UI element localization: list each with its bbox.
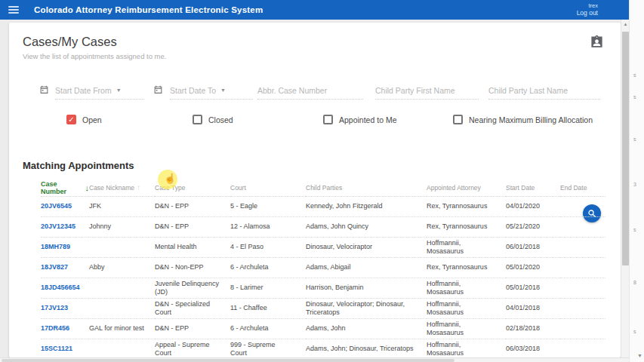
- page-title: Cases/My Cases: [23, 35, 117, 49]
- child-first-name-input[interactable]: Child Party First Name: [375, 81, 479, 100]
- child-parties-cell: Dinosaur, Velociraptor: [306, 238, 427, 258]
- column-header-child-parties[interactable]: Child Parties: [306, 179, 427, 197]
- court-cell: 8 - Larimer: [230, 278, 306, 299]
- case-number-link[interactable]: 20JV6545: [41, 197, 89, 217]
- checkbox-box: [453, 115, 463, 124]
- column-header-start-date[interactable]: Start Date: [506, 179, 560, 197]
- child-parties-cell: Adams, John: [306, 319, 427, 339]
- nearing-max-billing-checkbox-label: Nearing Maximum Billing Allocation: [469, 115, 593, 124]
- attorney-cell: Hoffmannii, Mosasaurus: [427, 299, 506, 319]
- end-date-cell: [560, 299, 605, 319]
- child-parties-cell: Kennedy, John Fitzgerald: [306, 197, 427, 217]
- case-type-cell: D&N - Non-EPP: [155, 258, 230, 278]
- start-date-cell: 05/21/2020: [506, 217, 560, 238]
- horizontal-scrollbar[interactable]: [0, 357, 631, 362]
- case-number-link[interactable]: 20JV12345: [41, 217, 89, 238]
- court-cell: 11 - Chaffee: [230, 299, 306, 319]
- case-number-link[interactable]: 18JD456654: [41, 278, 89, 299]
- case-number-link[interactable]: 18JV827: [41, 258, 89, 278]
- checkbox-box: [193, 115, 202, 124]
- status-filter-row: ✓ Open Closed Appointed to Me Nearing Ma…: [9, 115, 621, 133]
- menu-icon[interactable]: [8, 6, 19, 14]
- case-type-cell: D&N - EPP: [155, 319, 230, 339]
- start-date-cell: 05/01/2020: [506, 258, 560, 278]
- nearing-max-billing-checkbox[interactable]: Nearing Maximum Billing Allocation: [453, 115, 593, 124]
- clipped-text-fragment: s: [633, 137, 636, 142]
- end-date-cell: [560, 278, 605, 299]
- open-checkbox-label: Open: [82, 115, 102, 124]
- case-number-link[interactable]: 17DR456: [41, 319, 89, 339]
- case-nickname-cell: [89, 238, 155, 258]
- filter-row: Start Date From ▼ Start Date To ▼ Abbr. …: [9, 81, 621, 101]
- open-checkbox[interactable]: ✓ Open: [66, 115, 102, 124]
- case-type-cell: Juvenile Delinquency (JD): [155, 278, 230, 299]
- scrollbar-thumb[interactable]: [2, 359, 454, 362]
- vertical-scrollbar[interactable]: ▲: [621, 20, 629, 362]
- end-date-cell: [560, 258, 605, 278]
- court-cell: 6 - Archuleta: [230, 258, 306, 278]
- column-header-court[interactable]: Court: [230, 179, 306, 197]
- child-parties-cell: Adams, John Quincy: [306, 217, 427, 238]
- sort-ascending-icon: ↑: [137, 183, 140, 192]
- checkbox-box: [323, 115, 333, 124]
- start-date-cell: 06/03/2018: [506, 339, 560, 357]
- calendar-icon[interactable]: [39, 84, 49, 94]
- start-date-cell: 04/01/2018: [506, 299, 560, 319]
- case-number-link[interactable]: 18MH789: [41, 238, 89, 258]
- case-nickname-cell: JFK: [89, 197, 155, 217]
- case-type-cell: D&N - EPP: [155, 197, 230, 217]
- case-nickname-cell: [89, 339, 155, 357]
- clipped-edge-strip: s s s 3 s 8 s ▼: [629, 0, 644, 362]
- scrollbar-thumb[interactable]: [622, 32, 629, 265]
- case-nickname-cell: GAL for minor test: [89, 319, 155, 339]
- child-last-name-input[interactable]: Child Party Last Name: [488, 81, 600, 100]
- attorney-cell: Rex, Tyrannosaurus: [427, 258, 506, 278]
- app-header: Colorado Attorney Reimbursement Electron…: [0, 0, 631, 20]
- case-type-cell: D&N - EPP: [155, 217, 230, 238]
- start-date-from-placeholder: Start Date From: [55, 86, 112, 95]
- child-first-name-placeholder: Child Party First Name: [375, 86, 455, 95]
- abbr-case-number-input[interactable]: Abbr. Case Number: [257, 81, 363, 100]
- abbr-case-number-placeholder: Abbr. Case Number: [257, 86, 327, 95]
- checkbox-check-icon: ✓: [66, 115, 76, 124]
- case-type-cell: Appeal - Supreme Court: [155, 339, 230, 357]
- column-header-end-date[interactable]: End Date: [560, 179, 605, 197]
- column-header-case-number[interactable]: Case Number ↓: [41, 179, 89, 197]
- user-block: trex Log out: [577, 2, 598, 17]
- calendar-icon[interactable]: [153, 84, 163, 94]
- logout-link[interactable]: Log out: [577, 9, 598, 17]
- attorney-cell: Hoffmannii, Mosasaurus: [427, 339, 506, 357]
- attorney-cell: Rex, Tyrannosaurus: [427, 197, 506, 217]
- end-date-cell: [560, 217, 605, 238]
- child-parties-cell: Adams, John; Dinosaur, Triceratops: [306, 339, 427, 357]
- court-cell: 5 - Eagle: [230, 197, 306, 217]
- closed-checkbox[interactable]: Closed: [193, 115, 233, 124]
- application-window: Colorado Attorney Reimbursement Electron…: [0, 0, 644, 362]
- start-date-from-input[interactable]: Start Date From ▼: [55, 81, 144, 100]
- start-date-cell: 04/01/2020: [506, 197, 560, 217]
- case-number-link[interactable]: 15SC1121: [41, 339, 89, 357]
- end-date-cell: [560, 238, 605, 258]
- appointed-to-me-checkbox-label: Appointed to Me: [339, 115, 396, 124]
- case-nickname-cell: Abby: [89, 258, 155, 278]
- column-header-case-nickname[interactable]: Case Nickname ↑: [89, 179, 155, 197]
- clipped-text-fragment: 3: [633, 182, 636, 187]
- assignment-person-icon[interactable]: [590, 35, 604, 49]
- appointed-to-me-checkbox[interactable]: Appointed to Me: [323, 115, 396, 124]
- column-header-appointed-attorney[interactable]: Appointed Attorney: [427, 179, 506, 197]
- chevron-down-icon: ▼: [116, 87, 122, 93]
- attorney-cell: Hoffmannii, Mosasaurus: [427, 238, 506, 258]
- case-number-link[interactable]: 17JV123: [41, 299, 89, 319]
- column-header-case-type[interactable]: Case Type: [155, 179, 230, 197]
- clipped-text-fragment: s: [633, 94, 636, 100]
- start-date-to-input[interactable]: Start Date To ▼: [170, 81, 253, 100]
- case-type-cell: D&N - Specialized Court: [155, 299, 230, 319]
- section-title: Matching Appointments: [23, 160, 134, 171]
- username-label: trex: [577, 2, 598, 9]
- case-type-cell: Mental Health: [155, 238, 230, 258]
- child-parties-cell: Harrison, Benjamin: [306, 278, 427, 299]
- attorney-cell: Hoffmannii, Mosasaurus: [427, 319, 506, 339]
- court-cell: 12 - Alamosa: [230, 217, 306, 238]
- cases-page-card: Cases/My Cases View the list of appointm…: [9, 23, 621, 357]
- court-cell: 4 - El Paso: [230, 238, 306, 258]
